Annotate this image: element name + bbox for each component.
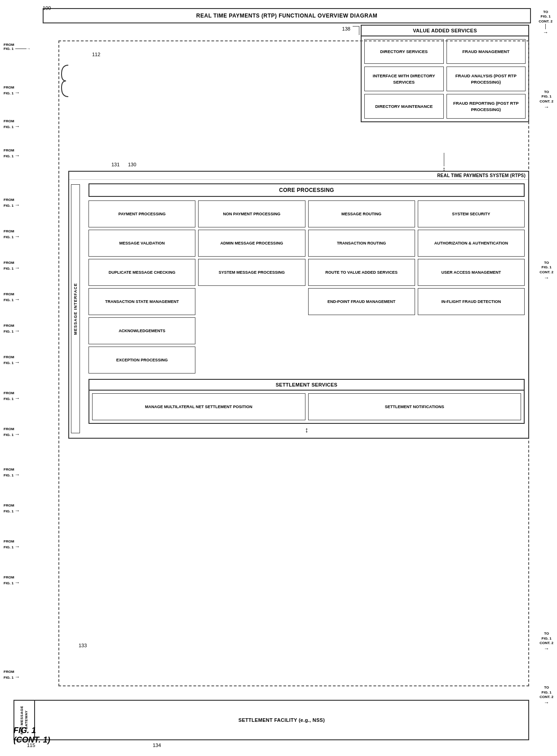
title-text: REAL TIME PAYMENTS (RTP) FUNCTIONAL OVER… (196, 13, 377, 19)
message-routing-box: MESSAGE ROUTING (308, 200, 415, 227)
to-fig1-cont2-mid: TOFIG. 1CONT. 2 → (539, 261, 553, 282)
auth-authentication-box: AUTHORIZATION & AUTHENTICATION (418, 230, 525, 257)
from-fig1-2: FROMFIG. 1 → (4, 85, 20, 96)
to-fig1-cont2-top: TOFIG. 1CONT. 2 → (539, 10, 553, 36)
settlement-facility-box: SETTLEMENT FACILITY (e.g., NSS) (35, 700, 529, 740)
from-fig1-12: FROMFIG. 1 → (4, 427, 20, 437)
payment-processing-box: PAYMENT PROCESSING (88, 200, 195, 227)
system-security-box: SYSTEM SECURITY (418, 200, 525, 227)
ref-130: 130 (128, 162, 136, 167)
ref-134: 134 (153, 743, 161, 748)
settlement-title: SETTLEMENT SERVICES (89, 380, 524, 391)
page-container: REAL TIME PAYMENTS (RTP) FUNCTIONAL OVER… (0, 0, 557, 756)
to-fig1-cont2-settlement: TOFIG. 1CONT. 2 → (539, 685, 553, 707)
from-fig1-8: FROMFIG. 1 → (4, 292, 20, 302)
from-fig1-14: FROMFIG. 1 → (4, 503, 20, 514)
ref-100: 100 (43, 5, 61, 11)
from-fig1-1: FROMFIG. 1 → (4, 43, 30, 51)
settlement-down-arrow: ↕ (88, 426, 525, 434)
manage-settlement-box: MANAGE MULTILATERAL NET SETTLEMENT POSIT… (92, 393, 305, 420)
core-grid: PAYMENT PROCESSING MESSAGE VALIDATION DU… (88, 200, 525, 374)
from-fig1-4: FROMFIG. 1 → (4, 148, 20, 159)
from-fig1-7: FROMFIG. 1 → (4, 261, 20, 271)
from-fig1-3: FROMFIG. 1 → (4, 119, 20, 129)
core-col-2: NON PAYMENT PROCESSING ADMIN MESSAGE PRO… (198, 200, 305, 374)
endpoint-fraud-box: END-POINT FRAUD MANAGEMENT (308, 288, 415, 315)
message-interface-container: MESSAGE INTERFACE (69, 180, 82, 438)
from-fig1-17: FROMFIG. 1 → (4, 670, 20, 680)
route-to-vas-box: ROUTE TO VALUE ADDED SERVICES (308, 259, 415, 286)
bottom-section: FED MESSAGE GATEWAY SETTLEMENT FACILITY … (13, 700, 529, 740)
vas-title: VALUE ADDED SERVICES (362, 26, 528, 36)
ref-131: 131 (111, 162, 119, 167)
from-fig1-6: FROMFIG. 1 → (4, 229, 20, 240)
duplicate-message-box: DUPLICATE MESSAGE CHECKING (88, 259, 195, 286)
user-access-box: USER ACCESS MANAGEMENT (418, 259, 525, 286)
title-bar: REAL TIME PAYMENTS (RTP) FUNCTIONAL OVER… (43, 8, 531, 23)
from-fig1-9: FROMFIG. 1 → (4, 324, 20, 334)
core-processing-title: CORE PROCESSING (88, 183, 525, 197)
ref-112: 112 (92, 52, 100, 57)
from-fig1-10: FROMFIG. 1 → (4, 355, 20, 365)
core-col-4: SYSTEM SECURITY AUTHORIZATION & AUTHENTI… (418, 200, 525, 374)
settlement-section: SETTLEMENT SERVICES MANAGE MULTILATERAL … (88, 379, 525, 424)
inflight-fraud-box: IN-FLIGHT FRAUD DETECTION (418, 288, 525, 315)
transaction-state-box: TRANSACTION STATE MANAGEMENT (88, 288, 195, 315)
core-col-1: PAYMENT PROCESSING MESSAGE VALIDATION DU… (88, 200, 195, 374)
from-fig1-15: FROMFIG. 1 → (4, 539, 20, 550)
non-payment-processing-box: NON PAYMENT PROCESSING (198, 200, 305, 227)
to-fig1-cont2-vas: TOFIG. 1CONT. 2 → (539, 90, 553, 111)
from-fig1-11: FROMFIG. 1 → (4, 391, 20, 401)
ref-112-bracket (59, 63, 73, 102)
message-interface-label: MESSAGE INTERFACE (71, 184, 80, 433)
fig-label: FIG. 1 (CONT. 1) (13, 726, 50, 745)
acknowledgements-box: ACKNOWLEDGEMENTS (88, 317, 195, 344)
from-fig1-16: FROMFIG. 1 → (4, 575, 20, 586)
settlement-notifications-box: SETTLEMENT NOTIFICATIONS (308, 393, 522, 420)
system-message-box: SYSTEM MESSAGE PROCESSING (198, 259, 305, 286)
rtps-label: REAL TIME PAYMENTS SYSTEM (RTPS) (69, 172, 528, 180)
to-fig1-cont2-bottom: TOFIG. 1CONT. 2 → (539, 631, 553, 653)
transaction-routing-box: TRANSACTION ROUTING (308, 230, 415, 257)
message-validation-box: MESSAGE VALIDATION (88, 230, 195, 257)
admin-message-box: ADMIN MESSAGE PROCESSING (198, 230, 305, 257)
rtps-section: REAL TIME PAYMENTS SYSTEM (RTPS) MESSAGE… (68, 171, 529, 439)
settlement-grid: MANAGE MULTILATERAL NET SETTLEMENT POSIT… (89, 391, 524, 423)
exception-processing-box: EXCEPTION PROCESSING (88, 347, 195, 374)
ref-133: 133 (79, 643, 87, 648)
from-fig1-13: FROMFIG. 1 → (4, 467, 20, 478)
ref-138: 138 (342, 26, 359, 35)
core-col-3: MESSAGE ROUTING TRANSACTION ROUTING ROUT… (308, 200, 415, 374)
from-fig1-5: FROMFIG. 1 → (4, 198, 20, 208)
